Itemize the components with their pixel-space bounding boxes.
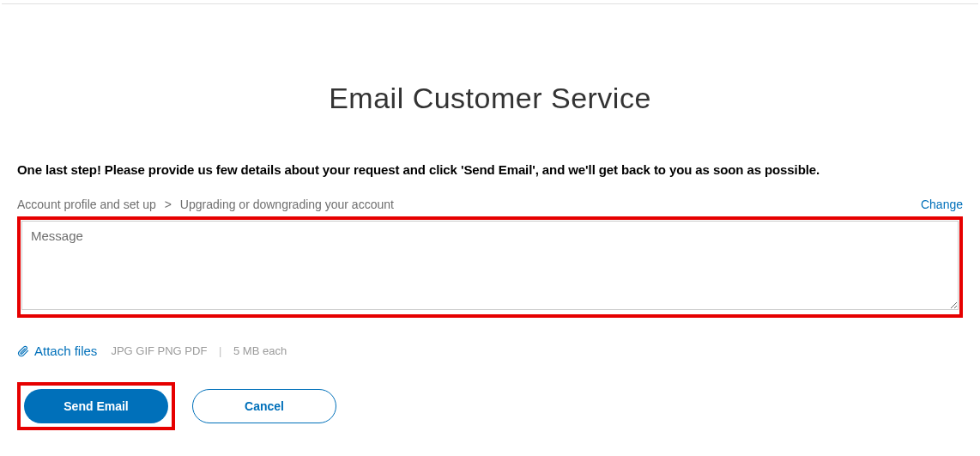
- attach-row: Attach files JPG GIF PNG PDF | 5 MB each: [17, 344, 963, 358]
- message-highlight: [17, 216, 963, 318]
- breadcrumb-separator: >: [165, 198, 172, 211]
- breadcrumb-subcategory: Upgrading or downgrading your account: [180, 198, 394, 211]
- button-row: Send Email Cancel: [17, 382, 963, 430]
- paperclip-icon: [17, 345, 29, 357]
- cancel-button[interactable]: Cancel: [192, 389, 336, 423]
- send-email-button[interactable]: Send Email: [24, 389, 168, 423]
- instruction-text: One last step! Please provide us few det…: [17, 162, 963, 177]
- attach-hint: JPG GIF PNG PDF | 5 MB each: [111, 344, 287, 357]
- send-highlight: Send Email: [17, 382, 175, 430]
- top-divider: [2, 3, 978, 4]
- breadcrumb-row: Account profile and set up > Upgrading o…: [17, 198, 963, 211]
- breadcrumb-category: Account profile and set up: [17, 198, 156, 211]
- attach-separator: |: [219, 344, 221, 357]
- attach-files-link[interactable]: Attach files: [17, 344, 97, 358]
- attach-files-label: Attach files: [34, 344, 97, 358]
- message-textarea[interactable]: [21, 221, 959, 310]
- attach-formats: JPG GIF PNG PDF: [111, 344, 207, 357]
- attach-limit: 5 MB each: [233, 344, 287, 357]
- breadcrumb: Account profile and set up > Upgrading o…: [17, 198, 394, 211]
- change-link[interactable]: Change: [921, 198, 963, 211]
- page-title: Email Customer Service: [17, 82, 963, 115]
